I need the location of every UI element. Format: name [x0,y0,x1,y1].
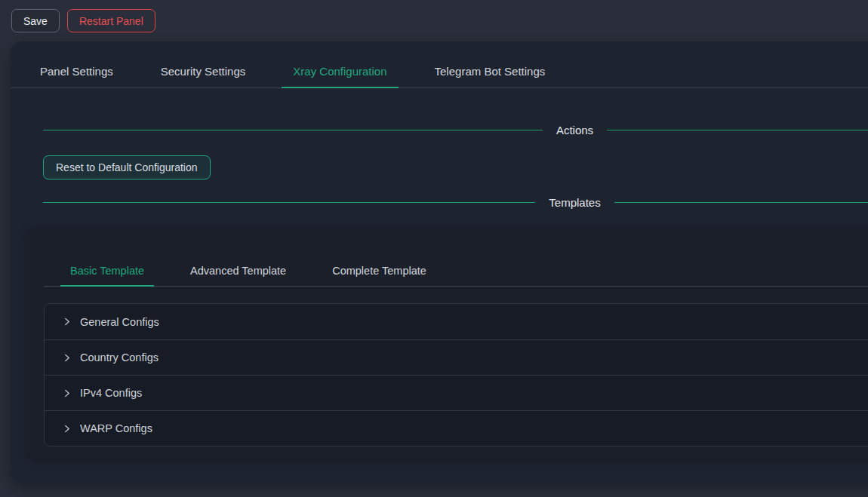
actions-divider: Actions [43,121,868,139]
xray-configuration-pane: Actions Reset to Default Configuration T… [11,121,868,458]
template-tabbar: Basic Template Advanced Template Complet… [44,244,868,287]
tab-xray-configuration[interactable]: Xray Configuration [282,65,398,88]
tab-telegram-bot-settings[interactable]: Telegram Bot Settings [423,65,557,88]
collapse-item-ipv4-configs[interactable]: IPv4 Configs [45,375,868,410]
collapse-item-label: Country Configs [80,351,159,364]
save-button[interactable]: Save [11,9,60,32]
settings-card: Panel Settings Security Settings Xray Co… [11,41,868,483]
tab-panel-settings[interactable]: Panel Settings [29,65,125,88]
tab-complete-template[interactable]: Complete Template [322,265,436,287]
chevron-right-icon [62,353,71,362]
templates-card: Basic Template Advanced Template Complet… [27,227,868,458]
collapse-item-label: WARP Configs [80,422,152,434]
actions-row: Reset to Default Configuration [43,155,868,179]
settings-tabbar: Panel Settings Security Settings Xray Co… [11,41,868,88]
chevron-right-icon [62,388,71,397]
tab-advanced-template[interactable]: Advanced Template [180,265,296,287]
chevron-right-icon [62,424,71,433]
collapse-item-country-configs[interactable]: Country Configs [45,339,868,375]
divider-line [614,202,868,203]
divider-line [43,202,535,203]
top-toolbar: Save Restart Panel [11,9,155,32]
templates-divider: Templates [43,193,868,211]
tab-basic-template[interactable]: Basic Template [60,265,154,287]
divider-line [43,130,543,130]
templates-section-title: Templates [535,196,614,209]
collapse-item-warp-configs[interactable]: WARP Configs [45,410,868,446]
divider-line [607,130,868,130]
tab-security-settings[interactable]: Security Settings [149,65,257,88]
restart-panel-button[interactable]: Restart Panel [67,9,155,32]
collapse-item-general-configs[interactable]: General Configs [45,304,868,339]
actions-section-title: Actions [543,124,607,137]
config-collapse-list: General Configs Country Configs [44,303,868,446]
reset-to-default-button[interactable]: Reset to Default Configuration [43,155,211,179]
chevron-right-icon [62,318,71,327]
collapse-item-label: IPv4 Configs [80,387,142,399]
collapse-item-label: General Configs [80,316,159,328]
